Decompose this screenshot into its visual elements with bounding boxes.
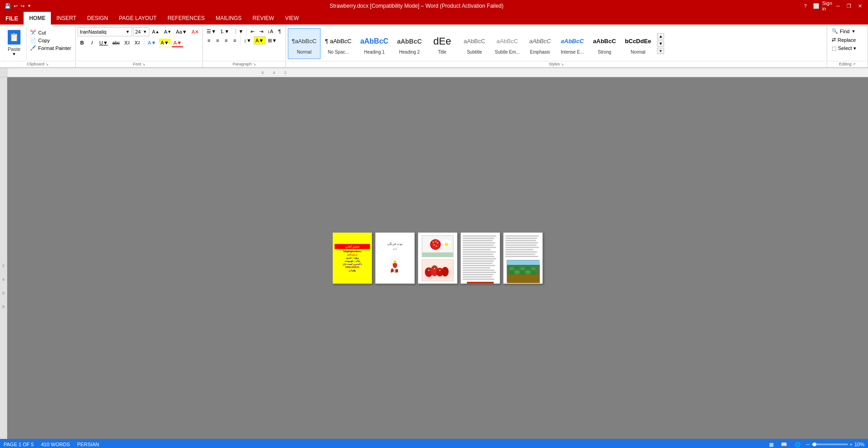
svg-point-46 — [515, 266, 519, 269]
styles-scroll-down[interactable]: ▼ — [657, 40, 664, 47]
editing-expand-icon[interactable]: ↗ — [853, 62, 856, 66]
font-shrink-button[interactable]: A▼ — [162, 27, 173, 36]
replace-button[interactable]: ⇄ Replace — [829, 36, 858, 44]
font-size-input[interactable]: 24 ▼ — [133, 27, 149, 36]
align-center-button[interactable]: ≡ — [213, 36, 222, 45]
shading-button[interactable]: A▼ — [254, 36, 266, 45]
tab-page-layout[interactable]: PAGE LAYOUT — [113, 12, 162, 25]
styles-expand[interactable]: ▾ — [657, 48, 664, 54]
window-title: Strawberry.docx [Compatibility Mode] – W… — [32, 3, 801, 9]
svg-point-42 — [520, 271, 525, 275]
document-canvas[interactable]: تحقیق آنلاین Tahghighonline.c مرجع دانلو… — [7, 77, 868, 439]
save-icon[interactable]: 💾 — [5, 3, 11, 9]
find-button[interactable]: 🔍 Find ▼ — [829, 27, 858, 35]
tab-mailings[interactable]: MAILINGS — [210, 12, 247, 25]
page-1-thumbnail[interactable]: تحقیق آنلاین Tahghighonline.c مرجع دانلو… — [332, 232, 372, 284]
copy-button[interactable]: 📄 Copy — [29, 37, 73, 44]
tab-insert[interactable]: INSERT — [51, 12, 82, 25]
styles-scroll-up[interactable]: ▲ — [657, 33, 664, 40]
align-right-button[interactable]: ≡ — [222, 36, 230, 45]
undo-icon[interactable]: ↩ — [14, 3, 18, 9]
clear-formatting-button[interactable]: A✕ — [190, 27, 201, 36]
help-icon[interactable]: ? — [801, 1, 810, 10]
full-reading-button[interactable]: 📖 — [779, 441, 789, 448]
page-5-thumbnail[interactable] — [503, 232, 543, 284]
multilevel-button[interactable]: ⋮▼ — [232, 27, 245, 35]
page-3-thumbnail[interactable] — [418, 232, 458, 284]
text-highlight-button[interactable]: A▼ — [159, 38, 171, 47]
font-color-button[interactable]: A▼ — [172, 38, 183, 47]
line-spacing-button[interactable]: ↕▼ — [242, 36, 253, 45]
bullets-button[interactable]: ☰▼ — [205, 27, 218, 35]
decrease-indent-button[interactable]: ⇤ — [248, 27, 256, 35]
paste-button[interactable]: 📋 Paste ▼ — [2, 27, 27, 60]
font-name-input[interactable]: IranNastaliq ▼ — [78, 27, 132, 36]
style-normal[interactable]: ¶ aAbBcC Normal — [288, 28, 321, 59]
zoom-in-button[interactable]: + — [850, 442, 853, 447]
style-intense-emphasis[interactable]: aAbBcC Intense E... — [557, 28, 588, 59]
tab-view[interactable]: VIEW — [280, 12, 305, 25]
sort-button[interactable]: ↕A — [266, 27, 275, 35]
print-layout-button[interactable]: ▦ — [767, 441, 775, 448]
change-case-button[interactable]: Aa▼ — [174, 27, 189, 36]
strikethrough-button[interactable]: abc — [111, 38, 122, 47]
underline-button[interactable]: U▼ — [98, 38, 110, 47]
style-emphasis[interactable]: aAbBcC Emphasis — [524, 28, 556, 59]
styles-group-label: Styles ↘ — [287, 61, 826, 67]
text-effects-button[interactable]: A▼ — [146, 38, 158, 47]
tab-design[interactable]: DESIGN — [82, 12, 113, 25]
margin-mark-4: 4 — [2, 277, 5, 282]
select-button[interactable]: ⬚ Select ▾ — [829, 45, 859, 52]
zoom-slider[interactable] — [812, 443, 848, 445]
sign-in-label[interactable]: Sign in — [823, 1, 832, 10]
tab-review[interactable]: REVIEW — [247, 12, 279, 25]
borders-button[interactable]: ⊞▼ — [266, 36, 279, 45]
tab-file[interactable]: FILE — [0, 12, 24, 25]
font-grow-button[interactable]: A▲ — [150, 27, 161, 36]
svg-point-13 — [435, 240, 437, 242]
superscript-button[interactable]: X2 — [133, 38, 142, 47]
clipboard-expand-icon[interactable]: ↘ — [45, 62, 49, 66]
svg-point-15 — [434, 244, 435, 245]
italic-button[interactable]: I — [88, 38, 97, 47]
style-subtle-emphasis[interactable]: aAbBcC Subtle Em... — [491, 28, 523, 59]
style-normal2[interactable]: bCcDdEe Normal — [621, 28, 656, 59]
subscript-button[interactable]: X2 — [123, 38, 132, 47]
bold-button[interactable]: B — [78, 38, 87, 47]
cut-button[interactable]: ✂️ Cut — [29, 29, 73, 36]
ribbon-display-icon[interactable]: ⬜ — [812, 1, 821, 10]
svg-point-8 — [395, 269, 398, 273]
status-right: ▦ 📖 🌐 ─ + 10% — [767, 441, 864, 448]
page-4-thumbnail[interactable] — [460, 232, 500, 284]
ruler-mark-4: 4 — [273, 70, 275, 75]
paragraph-expand-icon[interactable]: ↘ — [253, 62, 256, 66]
style-no-spacing[interactable]: ¶ aAbBcC No Spac... — [321, 28, 355, 59]
minimize-icon[interactable]: ─ — [833, 1, 843, 10]
style-title[interactable]: dEe Title — [426, 28, 458, 59]
font-group: IranNastaliq ▼ 24 ▼ A▲ A▼ Aa▼ A✕ B I U▼ — [76, 25, 203, 67]
zoom-out-button[interactable]: ─ — [806, 442, 810, 447]
style-heading2[interactable]: aAbBcC Heading 2 — [393, 28, 426, 59]
tab-references[interactable]: REFERENCES — [162, 12, 210, 25]
web-layout-button[interactable]: 🌐 — [793, 441, 803, 448]
tab-home[interactable]: HOME — [24, 12, 51, 25]
horizontal-ruler: 6 4 2 — [7, 68, 868, 77]
page-2-thumbnail[interactable]: توت فرنگی کرم — [375, 232, 415, 284]
close-icon[interactable]: ✕ — [855, 1, 864, 10]
redo-icon[interactable]: ↪ — [20, 3, 25, 9]
style-subtitle[interactable]: aAbBcC Subtitle — [459, 28, 490, 59]
format-painter-button[interactable]: 🖌️ Format Painter — [29, 45, 73, 51]
show-formatting-button[interactable]: ¶ — [276, 27, 284, 35]
customize-qat-icon[interactable]: ▼ — [27, 4, 31, 8]
style-strong[interactable]: aAbBcC Strong — [589, 28, 621, 59]
style-heading1[interactable]: aAbBcC Heading 1 — [356, 28, 392, 59]
svg-point-11 — [431, 239, 439, 249]
numbering-button[interactable]: 1.▼ — [218, 27, 231, 35]
justify-button[interactable]: ≡ — [231, 36, 239, 45]
increase-indent-button[interactable]: ⇥ — [257, 27, 265, 35]
align-left-button[interactable]: ≡ — [205, 36, 213, 45]
styles-expand-icon[interactable]: ↘ — [561, 62, 564, 66]
ruler-corner[interactable] — [0, 68, 7, 77]
maximize-icon[interactable]: ❐ — [844, 1, 853, 10]
font-expand-icon[interactable]: ↘ — [142, 62, 145, 66]
